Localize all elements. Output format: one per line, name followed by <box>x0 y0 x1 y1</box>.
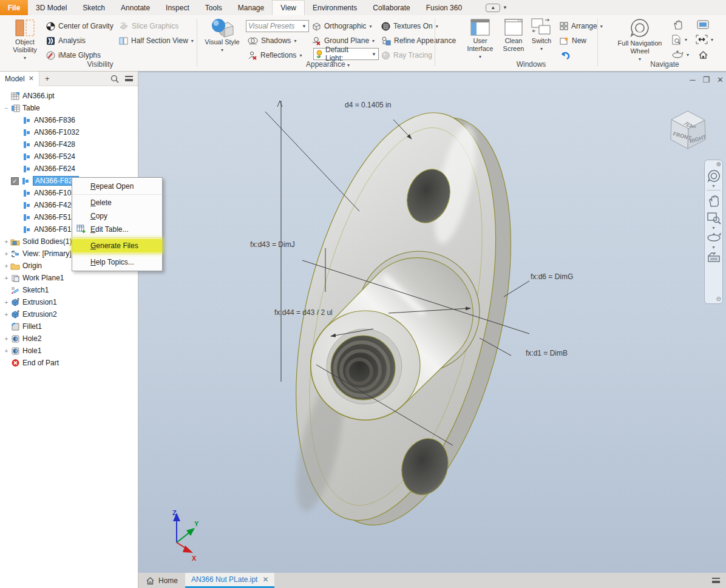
tree-node-end-of-part[interactable]: End of Part <box>0 357 138 369</box>
chevron-down-icon[interactable]: ▼ <box>711 184 716 188</box>
tree-node-extrusion2[interactable]: + Extrusion2 <box>0 308 138 320</box>
expand-toggle[interactable]: + <box>2 275 10 282</box>
restore-icon[interactable]: ❐ <box>702 75 710 84</box>
table-row[interactable]: AN366-F524 <box>0 150 138 163</box>
tab-environments[interactable]: Environments <box>305 0 365 15</box>
navbar-minimize-icon[interactable]: ⊖ <box>716 296 721 302</box>
reflections-button[interactable]: Reflections ▾ <box>248 49 302 61</box>
table-row[interactable]: AN366-F1032 <box>0 126 138 138</box>
table-row[interactable]: AN366-F836 <box>0 114 138 126</box>
tab-collaborate[interactable]: Collaborate <box>365 0 418 15</box>
look-at-icon[interactable] <box>707 251 721 263</box>
zoom-window-icon[interactable] <box>707 211 721 225</box>
tree-node-fillet[interactable]: Fillet1 <box>0 320 138 333</box>
new-window-button[interactable]: New <box>560 35 586 47</box>
document-tab[interactable]: AN366 Nut PLate.ipt ✕ <box>185 573 274 588</box>
expand-toggle[interactable]: + <box>2 348 10 354</box>
tree-node-extrusion1[interactable]: + Extrusion1 <box>0 296 138 308</box>
analysis-button[interactable]: Analysis <box>46 35 86 47</box>
close-icon[interactable]: ⊗ <box>716 161 721 167</box>
tab-list-menu-icon[interactable] <box>712 578 720 583</box>
browser-tab-model[interactable]: Model ✕ <box>0 72 39 86</box>
tree-node-hole2[interactable]: + Hole2 <box>0 333 138 345</box>
tab-manage[interactable]: Manage <box>230 0 272 15</box>
menu-item-edit-table[interactable]: Edit Table... <box>72 223 162 236</box>
menu-item-help-topics[interactable]: Help Topics... <box>72 255 162 269</box>
tab-annotate[interactable]: Annotate <box>113 0 158 15</box>
menu-item-copy[interactable]: Copy <box>72 209 162 223</box>
tab-tools[interactable]: Tools <box>197 0 230 15</box>
pan-hand-icon[interactable] <box>707 194 721 208</box>
refine-appearance-button[interactable]: Refine Appearance <box>381 35 456 47</box>
active-member-checkbox[interactable]: ✓ <box>11 177 19 185</box>
navigation-wheel-icon[interactable] <box>707 169 721 183</box>
search-icon[interactable] <box>110 75 119 83</box>
file-menu-button[interactable]: File <box>0 0 28 15</box>
tab-view[interactable]: View <box>272 0 305 15</box>
user-interface-label: User Interface <box>463 37 497 53</box>
visual-style-button[interactable]: Visual Style ▾ <box>203 18 242 54</box>
ribbon-collapse-button[interactable]: ▲ ▼ <box>486 0 507 15</box>
tab-fusion-360[interactable]: Fusion 360 <box>418 0 470 15</box>
chevron-down-icon[interactable]: ▼ <box>711 226 716 230</box>
pan-button[interactable] <box>673 19 684 31</box>
minimize-icon[interactable]: ─ <box>690 75 695 84</box>
fit-view-button[interactable]: ▾ <box>696 33 713 46</box>
tab-sketch[interactable]: Sketch <box>75 0 113 15</box>
menu-item-repeat-open[interactable]: Repeat Open <box>72 180 162 193</box>
object-visibility-button[interactable]: Object Visibility ▾ <box>6 18 44 62</box>
textures-on-button[interactable]: Textures On ▾ <box>381 20 438 32</box>
shadows-button[interactable]: Shadows ▾ <box>248 35 296 47</box>
full-navigation-wheel-button[interactable]: Full Navigation Wheel ▾ <box>612 18 668 63</box>
expand-toggle[interactable]: + <box>2 263 10 269</box>
visual-presets-combo[interactable]: Visual Presets ▼ <box>246 20 309 32</box>
default-light-combo[interactable]: Default Light: ▼ <box>313 48 379 60</box>
tree-node-table[interactable]: − Table <box>0 102 138 114</box>
chevron-down-icon[interactable]: ▼ <box>711 246 716 249</box>
expand-toggle[interactable]: + <box>2 238 10 245</box>
tab-3d-model[interactable]: 3D Model <box>28 0 75 15</box>
orthographic-button[interactable]: Orthographic ▾ <box>311 20 371 32</box>
close-icon[interactable]: ✕ <box>717 75 724 84</box>
switch-button[interactable]: Switch ▾ <box>528 18 555 53</box>
expand-toggle[interactable]: + <box>2 311 10 318</box>
menu-item-delete[interactable]: Delete <box>72 196 162 209</box>
expand-toggle[interactable]: + <box>2 336 10 342</box>
home-tab[interactable]: Home <box>138 573 185 588</box>
expand-toggle[interactable]: + <box>2 299 10 306</box>
arrange-button[interactable]: Arrange ▾ <box>560 20 603 32</box>
menu-item-generate-files[interactable]: Generate Files <box>72 239 162 252</box>
tree-node-work-plane[interactable]: + Work Plane1 <box>0 272 138 284</box>
graphics-viewport[interactable]: TOP FRONT RIGHT Z Y X d4 = 0.1405 in fx:… <box>138 72 726 573</box>
table-row[interactable]: AN366-F624 <box>0 163 138 175</box>
ray-tracing-button[interactable]: Ray Tracing <box>381 49 432 61</box>
tree-node-hole1[interactable]: + Hole1 <box>0 345 138 357</box>
expand-toggle[interactable]: + <box>2 251 10 257</box>
collapse-toggle[interactable]: − <box>2 105 10 112</box>
browser-menu-icon[interactable] <box>125 76 133 81</box>
tree-root[interactable]: AN366.ipt <box>0 90 138 102</box>
appearance-panel-label[interactable]: Appearance ▾ <box>291 60 364 69</box>
half-section-view-button[interactable]: Half Section View ▾ <box>119 35 194 47</box>
add-browser-tab-button[interactable]: + <box>39 74 55 83</box>
imate-glyphs-button[interactable]: iMate Glyphs <box>46 49 101 61</box>
fullscreen-button[interactable] <box>697 19 709 31</box>
fit-arrows-icon <box>696 35 708 44</box>
slice-graphics-button[interactable]: Slice Graphics <box>119 20 178 32</box>
close-icon[interactable]: ✕ <box>262 575 268 584</box>
view-cube[interactable]: TOP FRONT RIGHT <box>671 111 707 149</box>
undo-button[interactable] <box>560 49 571 61</box>
table-row[interactable]: AN366-F428 <box>0 138 138 150</box>
ground-plane-button[interactable]: Ground Plane ▾ <box>311 35 375 47</box>
orbit-icon[interactable] <box>707 232 721 244</box>
close-icon[interactable]: ✕ <box>29 75 34 83</box>
orbit-button[interactable]: ▾ <box>671 49 689 61</box>
center-of-gravity-button[interactable]: Center of Gravity <box>46 20 114 32</box>
tree-node-sketch[interactable]: Sketch1 <box>0 284 138 296</box>
menu-separator <box>73 194 161 195</box>
home-view-button[interactable] <box>698 49 708 61</box>
user-interface-button[interactable]: User Interface ▾ <box>463 18 497 61</box>
clean-screen-button[interactable]: Clean Screen <box>498 18 529 53</box>
zoom-button[interactable]: ▾ <box>671 33 687 46</box>
tab-inspect[interactable]: Inspect <box>158 0 197 15</box>
